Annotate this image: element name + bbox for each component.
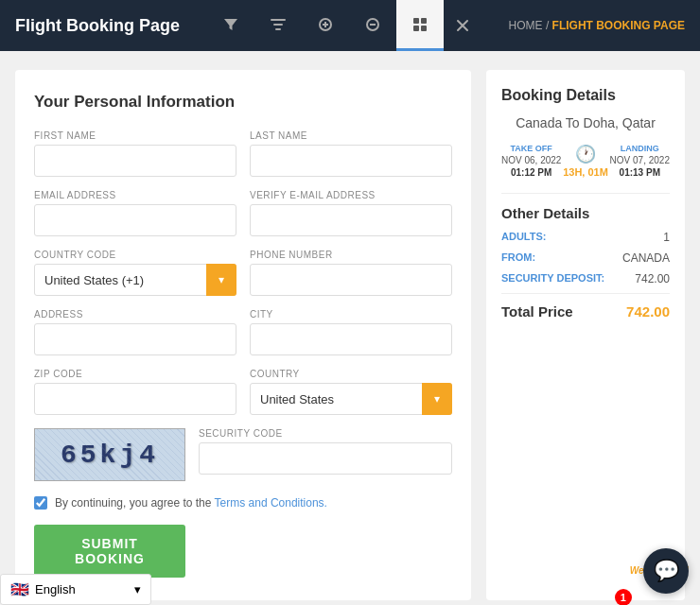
breadcrumb-current: FLIGHT BOOKING PAGE xyxy=(552,19,685,32)
form-section-title: Your Personal Information xyxy=(34,93,452,112)
zip-group: ZIP CODE xyxy=(34,369,236,415)
terms-link[interactable]: Terms and Conditions. xyxy=(215,496,327,510)
address-label: ADDRESS xyxy=(34,309,236,320)
duration-block: 🕐 13H, 01M xyxy=(563,144,608,178)
address-row: ADDRESS CITY xyxy=(34,309,452,355)
city-label: CITY xyxy=(250,309,452,320)
adults-value: 1 xyxy=(663,231,670,244)
last-name-input[interactable] xyxy=(250,145,452,177)
svg-rect-4 xyxy=(413,26,419,31)
last-name-group: LAST NAME xyxy=(250,130,452,177)
tab-funnel[interactable] xyxy=(207,0,254,51)
verify-email-input[interactable] xyxy=(250,204,452,236)
landing-label: LANDING xyxy=(610,144,670,153)
flight-times: TAKE OFF NOV 06, 2022 01:12 PM 🕐 13H, 01… xyxy=(501,144,670,178)
deposit-label: SECURITY DEPOSIT: xyxy=(501,272,604,285)
divider xyxy=(501,193,670,194)
email-label: EMAIL ADDRESS xyxy=(34,190,236,200)
language-label: English xyxy=(35,582,76,596)
security-code-label: SECURITY CODE xyxy=(199,428,452,439)
security-code-group: SECURITY CODE xyxy=(199,428,452,475)
adults-row: ADULTS: 1 xyxy=(501,231,670,244)
from-row: FROM: CANADA xyxy=(501,251,670,265)
total-price-row: Total Price 742.00 xyxy=(501,293,670,320)
email-row: EMAIL ADDRESS VERIFY E-MAIL ADDRESS xyxy=(34,190,452,236)
breadcrumb: HOME / FLIGHT BOOKING PAGE xyxy=(509,19,685,32)
breadcrumb-home[interactable]: HOME xyxy=(509,19,543,32)
landing-date: NOV 07, 2022 xyxy=(610,155,670,165)
last-name-label: LAST NAME xyxy=(250,130,452,141)
address-group: ADDRESS xyxy=(34,309,236,355)
name-row: FIRST NAME LAST NAME xyxy=(34,130,452,177)
main-content: Your Personal Information FIRST NAME LAS… xyxy=(0,51,700,605)
country-code-select-wrapper: United States (+1) Canada (+1) United Ki… xyxy=(34,264,236,296)
language-arrow: ▾ xyxy=(134,582,141,596)
captcha-image: 65kj4 xyxy=(34,428,185,481)
takeoff-block: TAKE OFF NOV 06, 2022 01:12 PM xyxy=(501,144,561,178)
zip-country-row: ZIP CODE COUNTRY United States Canada Un… xyxy=(34,369,452,415)
terms-checkbox[interactable] xyxy=(34,496,47,510)
takeoff-date: NOV 06, 2022 xyxy=(501,155,561,165)
terms-text: By continuing, you agree to the Terms an… xyxy=(55,496,327,510)
other-details-title: Other Details xyxy=(501,205,670,221)
landing-time: 01:13 PM xyxy=(610,167,670,178)
verify-email-group: VERIFY E-MAIL ADDRESS xyxy=(250,190,452,236)
first-name-input[interactable] xyxy=(34,145,236,177)
adults-label: ADULTS: xyxy=(501,231,546,244)
country-code-label: COUNTRY CODE xyxy=(34,250,236,260)
svg-rect-3 xyxy=(421,18,427,24)
booking-details-panel: Booking Details Canada To Doha, Qatar TA… xyxy=(486,70,685,600)
total-value: 742.00 xyxy=(626,303,670,320)
booking-title: Booking Details xyxy=(501,87,670,104)
captcha-row: 65kj4 SECURITY CODE xyxy=(34,428,452,481)
phone-row: COUNTRY CODE United States (+1) Canada (… xyxy=(34,250,452,296)
country-label: COUNTRY xyxy=(250,369,452,379)
from-label: FROM: xyxy=(501,251,535,265)
flag-icon: 🇬🇧 xyxy=(10,580,29,598)
country-group: COUNTRY United States Canada United King… xyxy=(250,369,452,415)
takeoff-time: 01:12 PM xyxy=(501,167,561,178)
phone-input[interactable] xyxy=(250,264,452,296)
total-label: Total Price xyxy=(501,303,573,320)
email-input[interactable] xyxy=(34,204,236,236)
address-input[interactable] xyxy=(34,323,236,355)
tab-filter2[interactable] xyxy=(254,0,302,51)
zip-input[interactable] xyxy=(34,383,236,415)
tab-close[interactable] xyxy=(444,0,481,51)
country-code-select[interactable]: United States (+1) Canada (+1) United Ki… xyxy=(34,264,236,296)
header: Flight Booking Page HOME / FLIGHT BOOKIN… xyxy=(0,0,700,51)
submit-button[interactable]: SUBMIT BOOKING xyxy=(34,525,185,578)
chat-icon: 💬 xyxy=(654,559,679,583)
first-name-group: FIRST NAME xyxy=(34,130,236,177)
chat-button[interactable]: 💬 xyxy=(643,548,689,594)
takeoff-label: TAKE OFF xyxy=(501,144,561,153)
tab-clear[interactable] xyxy=(349,0,396,51)
captcha-text: 65kj4 xyxy=(61,441,159,470)
country-select[interactable]: United States Canada United Kingdom xyxy=(250,383,452,415)
country-code-group: COUNTRY CODE United States (+1) Canada (… xyxy=(34,250,236,296)
deposit-row: SECURITY DEPOSIT: 742.00 xyxy=(501,272,670,285)
svg-rect-5 xyxy=(421,26,427,31)
country-select-wrapper: United States Canada United Kingdom ▾ xyxy=(250,383,452,415)
terms-row: By continuing, you agree to the Terms an… xyxy=(34,496,452,510)
verify-email-label: VERIFY E-MAIL ADDRESS xyxy=(250,190,452,200)
chat-badge: 1 xyxy=(615,589,632,605)
tab-grid[interactable] xyxy=(396,0,444,51)
phone-group: PHONE NUMBER xyxy=(250,250,452,296)
flight-route: Canada To Doha, Qatar xyxy=(501,115,670,130)
clock-icon: 🕐 xyxy=(575,144,596,164)
personal-info-panel: Your Personal Information FIRST NAME LAS… xyxy=(15,70,471,600)
security-code-input[interactable] xyxy=(199,442,452,475)
landing-block: LANDING NOV 07, 2022 01:13 PM xyxy=(610,144,670,178)
chat-widget: We Are Here! 💬 1 xyxy=(630,565,689,594)
deposit-value: 742.00 xyxy=(635,272,670,285)
tab-filter3[interactable] xyxy=(302,0,349,51)
city-group: CITY xyxy=(250,309,452,355)
phone-label: PHONE NUMBER xyxy=(250,250,452,260)
city-input[interactable] xyxy=(250,323,452,355)
duration-text: 13H, 01M xyxy=(563,166,608,178)
header-tabs xyxy=(207,0,481,51)
zip-label: ZIP CODE xyxy=(34,369,236,379)
email-group: EMAIL ADDRESS xyxy=(34,190,236,236)
language-selector[interactable]: 🇬🇧 English ▾ xyxy=(0,574,151,605)
